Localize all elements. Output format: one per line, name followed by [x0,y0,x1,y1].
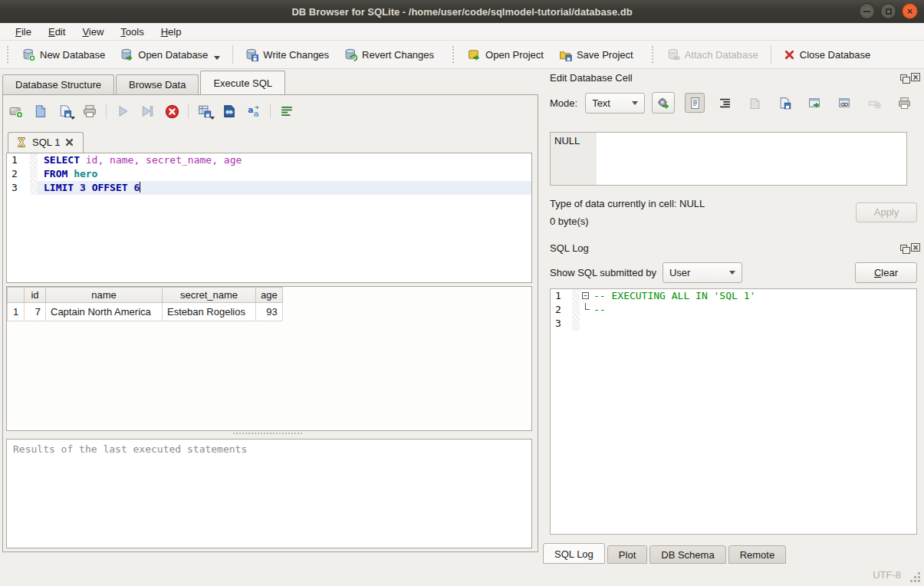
sql-editor[interactable]: 1 SELECT id, name, secret_name, age 2 FR… [6,153,532,283]
float-dock-icon[interactable] [900,245,907,251]
open-sql-new-tab-button[interactable] [8,103,25,120]
close-dock-icon[interactable]: × [911,243,920,252]
tab-database-structure[interactable]: Database Structure [2,74,114,94]
log-filter-select[interactable]: User [663,262,742,283]
word-wrap-icon [718,97,732,110]
corner-header[interactable] [8,288,25,303]
sql-toolbar: a a [8,100,295,123]
menu-edit[interactable]: Edit [41,25,73,39]
maximize-button[interactable] [880,3,896,19]
word-wrap-cell-button[interactable] [715,93,735,113]
toolbar-separator [771,45,771,64]
new-database-label: New Database [40,49,105,61]
print-cell-button[interactable] [894,93,914,113]
cell-age[interactable]: 93 [256,303,283,321]
tab-execute-sql[interactable]: Execute SQL [200,71,285,94]
line-number: 1 [551,289,572,303]
text-document-icon [689,97,702,110]
word-wrap-button[interactable] [278,103,295,120]
window-arrow-icon [808,97,821,110]
attach-database-button[interactable]: Attach Database [659,44,766,65]
results-message-area[interactable]: Results of the last executed statements [6,439,532,548]
close-database-button[interactable]: Close Database [776,45,879,64]
toolbar-drag-handle[interactable] [452,46,456,63]
save-results-view-button[interactable] [196,103,213,120]
close-button[interactable]: × [902,3,918,19]
minimize-button[interactable] [859,3,875,19]
format-sql-button[interactable]: a a [245,103,262,120]
encoding-indicator[interactable]: UTF-8 [873,569,901,581]
editor-line-current: 3 LIMIT 3 OFFSET 6 [7,181,531,195]
close-dock-icon[interactable]: × [911,73,920,81]
save-project-button[interactable]: Save Project [551,44,641,65]
cell-secret-name[interactable]: Esteban Rogelios [163,303,256,321]
column-header-secret-name[interactable]: secret_name [163,288,256,303]
tab-browse-data[interactable]: Browse Data [116,74,199,94]
cell-id[interactable]: 7 [25,303,46,321]
open-database-button[interactable]: Open Database [113,44,228,65]
menu-file[interactable]: File [8,25,39,39]
tab-remote[interactable]: Remote [728,545,787,564]
sql-file-tab[interactable]: SQL 1 [8,132,84,153]
cell-name[interactable]: Captain North America [46,303,163,321]
results-table-area[interactable]: id name secret_name age 1 7 Captain Nort… [6,286,532,431]
cell-value: NULL [554,135,580,146]
clear-log-button[interactable]: Clear [855,262,917,283]
edit-cell-dock-buttons: × [900,73,920,81]
toolbar-drag-handle[interactable] [7,46,11,63]
dock-tab-bar: SQL Log Plot DB Schema Remote [543,543,786,564]
open-database-icon [120,48,133,61]
print-sql-button[interactable] [81,103,98,120]
fold-column: − [580,289,592,303]
save-results-dropdown-caret[interactable] [210,117,215,120]
mode-select[interactable]: Text [585,93,645,114]
save-sql-file-button[interactable] [57,103,74,120]
auto-switch-mode-button[interactable] [652,92,675,114]
row-header[interactable]: 1 [8,303,25,321]
column-header-name[interactable]: name [46,288,163,303]
resize-grip[interactable] [918,572,920,574]
cell-size-info: 0 byte(s) [550,216,589,227]
tab-plot[interactable]: Plot [607,545,647,564]
horizontal-splitter[interactable] [233,433,302,434]
fold-collapse-icon[interactable]: − [582,292,589,299]
float-dock-icon[interactable] [900,74,907,81]
apply-button[interactable]: Apply [856,202,917,222]
copy-link-button[interactable] [834,93,854,113]
column-header-id[interactable]: id [25,288,46,303]
column-header-age[interactable]: age [256,288,283,303]
code-line: FROM hero [38,167,531,181]
execute-all-button[interactable] [114,103,131,120]
text-mode-button[interactable] [685,93,705,113]
stop-button[interactable] [163,103,180,120]
cell-editor-icon-bar [685,91,914,115]
tab-sql-log[interactable]: SQL Log [543,543,605,564]
open-database-dropdown-caret[interactable] [214,56,220,60]
revert-changes-icon [344,48,357,61]
tab-db-schema[interactable]: DB Schema [649,545,725,564]
code-line: LIMIT 3 OFFSET 6 [38,181,531,195]
set-null-button[interactable] [864,93,884,113]
save-sql-dropdown-caret[interactable] [71,117,75,120]
toolbar-drag-handle[interactable] [652,46,656,63]
menu-help[interactable]: Help [153,25,189,39]
sql-log-view[interactable]: 1 − -- EXECUTING ALL IN 'SQL 1' 2 -- 3 [550,288,917,535]
open-project-button[interactable]: Open Project [460,44,551,65]
open-sql-file-button[interactable] [32,103,49,120]
menu-view[interactable]: View [74,25,111,39]
import-cell-data-button[interactable] [745,93,765,113]
open-in-external-button[interactable] [804,93,824,113]
export-cell-data-button[interactable] [774,93,794,113]
table-row: 1 7 Captain North America Esteban Rogeli… [8,303,283,321]
close-tab-icon[interactable] [65,138,74,146]
revert-changes-button[interactable]: Revert Changes [337,44,442,65]
sql-log-dock-buttons: × [900,243,920,252]
menu-tools[interactable]: Tools [113,25,151,39]
find-button[interactable] [221,103,238,120]
titlebar[interactable]: DB Browser for SQLite - /home/user/code/… [0,0,924,23]
gutter-strip [572,317,580,331]
new-database-button[interactable]: New Database [15,44,113,65]
write-changes-button[interactable]: Write Changes [238,44,337,65]
cell-value-editor[interactable]: NULL [550,132,907,186]
execute-current-line-button[interactable] [139,103,156,120]
